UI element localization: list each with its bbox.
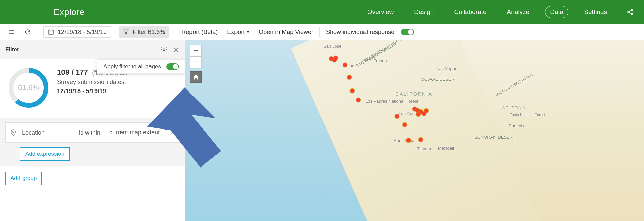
condition-operator[interactable]: is within (79, 129, 109, 136)
map-label: Phoenix (509, 123, 524, 128)
add-group-button[interactable]: Add group (5, 172, 42, 185)
svg-point-18 (13, 131, 14, 133)
svg-point-1 (628, 11, 629, 13)
hamburger-icon (8, 29, 15, 35)
map-label: Fresno (373, 58, 387, 63)
flyout-label: Apply filter to all pages (103, 63, 161, 70)
map-marker[interactable] (343, 63, 347, 67)
filter-chip[interactable]: Filter 61.6% (116, 24, 174, 40)
nav-tabs: Overview Design Collaborate Analyze Data… (362, 6, 634, 18)
map-label: CALIFORNIA (395, 91, 432, 97)
map-marker[interactable] (402, 122, 407, 127)
individual-response-label: Show individual response (321, 24, 399, 40)
top-nav: Explore Overview Design Collaborate Anal… (0, 0, 644, 24)
date-range-picker[interactable]: 12/19/18 - 5/19/19 (39, 24, 116, 40)
map-marker[interactable] (333, 56, 338, 60)
svg-rect-8 (49, 30, 54, 34)
filter-conditions: Location is within current map extent ✕ … (0, 118, 185, 166)
map-label: ARIZONA (502, 105, 526, 110)
tab-collaborate[interactable]: Collaborate (449, 6, 491, 18)
zoom-in-button[interactable]: + (190, 45, 202, 57)
map-label: Tonto National Forest (510, 113, 537, 117)
map-marker[interactable] (424, 108, 429, 113)
home-extent-button[interactable] (190, 71, 202, 83)
filter-panel: Filter Apply filter to all pages 61.6% (0, 40, 185, 221)
menu-button[interactable] (3, 24, 19, 40)
map-label: SONORAN DESERT (474, 135, 515, 140)
add-expression-button[interactable]: Add expression (20, 147, 70, 161)
map-marker[interactable] (395, 114, 399, 119)
svg-line-4 (629, 12, 632, 14)
tab-settings[interactable]: Settings (579, 6, 612, 18)
refresh-icon (24, 29, 31, 35)
individual-response-toggle[interactable] (401, 29, 414, 35)
map-label: Las Vegas (437, 66, 457, 71)
map-label: San Diego (394, 138, 414, 143)
map-marker[interactable] (406, 138, 411, 143)
refresh-button[interactable] (19, 24, 36, 40)
open-map-viewer-button[interactable]: Open in Map Viewer (254, 24, 318, 40)
map-label: Los Padres National Forest (365, 99, 392, 104)
donut-percent-label: 61.6% (7, 66, 50, 110)
map-label: MOJAVE DESERT (421, 77, 461, 82)
close-icon[interactable] (172, 46, 180, 53)
home-icon (193, 74, 199, 80)
location-icon (10, 129, 17, 136)
report-button[interactable]: Report (Beta) (177, 24, 222, 40)
dates-label: Survey submission dates: (57, 79, 178, 86)
apply-filter-toggle[interactable] (166, 63, 179, 70)
map-marker[interactable] (356, 98, 361, 102)
condition-value[interactable]: current map extent (109, 129, 160, 136)
map-marker[interactable] (347, 75, 352, 80)
filter-count: 109 / 177 (57, 68, 88, 77)
tab-design[interactable]: Design (409, 6, 438, 18)
date-range-label: 12/19/18 - 5/19/19 (58, 29, 107, 36)
calendar-icon (48, 29, 54, 35)
export-dropdown[interactable]: Export (222, 24, 254, 40)
filter-chip-label: Filter 61.6% (133, 29, 165, 36)
filter-donut: 61.6% (7, 66, 50, 110)
zoom-out-button[interactable]: − (190, 57, 202, 68)
tab-analyze[interactable]: Analyze (502, 6, 534, 18)
condition-field[interactable]: Location (22, 129, 79, 136)
dates-value: 12/19/18 - 5/19/19 (57, 88, 178, 95)
svg-marker-12 (124, 30, 129, 34)
panel-title: Filter (5, 46, 19, 53)
map-marker[interactable] (350, 88, 355, 93)
svg-point-2 (631, 13, 633, 15)
condition-row: Location is within current map extent ✕ (5, 122, 180, 143)
svg-line-3 (629, 10, 632, 12)
map-marker[interactable] (418, 137, 423, 142)
svg-point-0 (631, 9, 633, 11)
apply-filter-flyout: Apply filter to all pages (97, 59, 185, 74)
tab-overview[interactable]: Overview (362, 6, 398, 18)
share-icon[interactable] (627, 8, 634, 16)
app-brand: Explore (54, 7, 85, 17)
sub-toolbar: 12/19/18 - 5/19/19 Filter 61.6% Report (… (0, 24, 644, 40)
map-label: San Jose (323, 44, 341, 49)
map-canvas[interactable]: San Jose Salinas Fresno Las Vegas SAN JO… (185, 40, 644, 221)
filter-panel-header: Filter (0, 40, 185, 59)
tab-data[interactable]: Data (545, 6, 568, 18)
funnel-icon (123, 29, 129, 35)
svg-point-13 (163, 49, 165, 51)
map-controls: + − (190, 45, 202, 83)
gear-icon[interactable] (160, 46, 168, 53)
map-label: Mexicali (438, 146, 454, 151)
map-label: Tijuana (417, 146, 431, 151)
map-marker[interactable] (416, 112, 421, 117)
condition-remove-icon[interactable]: ✕ (170, 128, 175, 137)
